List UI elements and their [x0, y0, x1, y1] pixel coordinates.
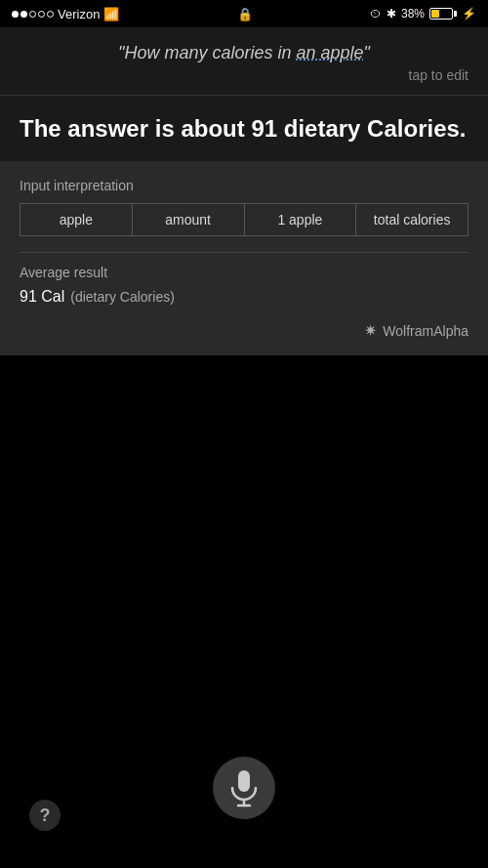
signal-dot-4 [38, 11, 45, 18]
wolfram-card: Input interpretation apple amount 1 appl… [0, 162, 488, 355]
carrier-label: Verizon [58, 7, 100, 21]
signal-dots [12, 11, 54, 18]
siri-header: "How many calories in an apple" tap to e… [0, 27, 488, 96]
battery-fill [431, 10, 439, 18]
bluetooth-icon: ✱ [386, 7, 396, 21]
status-center: 🔒 [237, 7, 253, 21]
alarm-icon: ⏲ [370, 7, 382, 21]
wolfram-logo-icon: ✷ [364, 321, 377, 340]
wifi-icon: 📶 [103, 7, 119, 21]
wolfram-branding: ✷ WolframAlpha [20, 321, 468, 340]
status-right: ⏲ ✱ 38% ⚡ [370, 7, 476, 21]
signal-dot-5 [47, 11, 54, 18]
svg-rect-0 [238, 770, 250, 792]
tap-to-edit[interactable]: tap to edit [20, 67, 468, 83]
interp-cell-amount: amount [133, 204, 245, 235]
query-suffix: " [364, 43, 370, 62]
lock-icon: 🔒 [237, 7, 253, 21]
signal-dot-3 [29, 11, 36, 18]
divider [20, 252, 468, 253]
status-left: Verizon 📶 [12, 7, 119, 21]
average-result-label: Average result [20, 265, 468, 280]
mic-icon [228, 768, 260, 807]
siri-query[interactable]: "How many calories in an apple" [20, 43, 468, 63]
signal-dot-2 [20, 11, 27, 18]
interpretation-table: apple amount 1 apple total calories [20, 203, 468, 236]
help-button[interactable]: ? [29, 800, 61, 831]
signal-dot-1 [12, 11, 19, 18]
input-interpretation-label: Input interpretation [20, 178, 468, 193]
result-number: 91 Cal [20, 288, 64, 305]
wolfram-brand-name: WolframAlpha [383, 323, 468, 339]
battery-body [429, 8, 453, 20]
query-underlined: an apple [296, 43, 363, 62]
charging-icon: ⚡ [462, 7, 476, 21]
interp-cell-1apple: 1 apple [245, 204, 357, 235]
battery-percentage: 38% [401, 7, 425, 21]
answer-section: The answer is about 91 dietary Calories. [0, 96, 488, 162]
mic-button[interactable] [213, 757, 275, 819]
status-bar: Verizon 📶 🔒 ⏲ ✱ 38% ⚡ [0, 0, 488, 27]
answer-text: The answer is about 91 dietary Calories. [20, 113, 468, 144]
battery-icon [429, 8, 457, 20]
bottom-area: ? [0, 477, 488, 868]
query-prefix: "How many calories in [118, 43, 296, 62]
interp-cell-apple: apple [20, 204, 133, 235]
result-value: 91 Cal(dietary Calories) [20, 288, 468, 306]
interp-cell-total-calories: total calories [356, 204, 468, 235]
battery-tip [454, 11, 457, 17]
result-unit: (dietary Calories) [70, 289, 175, 305]
